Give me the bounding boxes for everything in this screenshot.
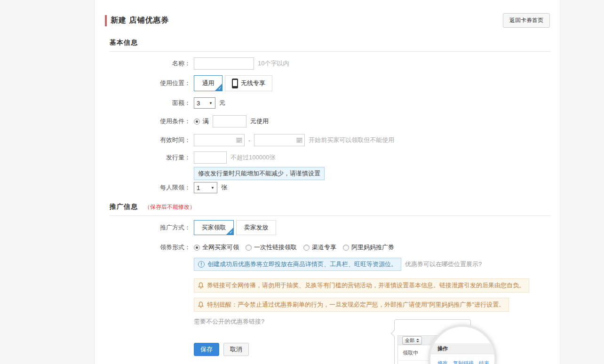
method-buyer-label: 买家领取 <box>202 223 226 232</box>
start-date-wrap <box>194 134 245 146</box>
calendar-icon[interactable] <box>296 137 302 143</box>
name-row: 名称： 10个字以内 <box>95 57 560 70</box>
radio-option-label: 一次性链接领取 <box>254 243 297 252</box>
section-title-basic: 基本信息 <box>110 39 138 47</box>
placement-info-row: ! 创建成功后优惠券将立即投放在商品详情页、工具栏、旺旺等资源位。 优惠券可以在… <box>194 258 560 271</box>
name-input[interactable] <box>194 57 254 70</box>
info-icon: ! <box>198 261 205 268</box>
position-row: 使用位置： 通用 无线专享 <box>95 75 560 91</box>
bell-icon <box>198 301 204 308</box>
radio-option-label: 阿里妈妈推广券 <box>351 243 394 252</box>
issue-row: 发行量： 不超过100000张 <box>95 151 560 164</box>
radio-option-alimama[interactable]: 阿里妈妈推广券 <box>343 243 394 252</box>
back-to-cards-button[interactable]: 返回卡券首页 <box>503 13 550 28</box>
limit-label: 每人限领： <box>95 183 191 192</box>
limit-select[interactable]: 1 ▼ <box>194 182 217 193</box>
condition-label: 使用条件： <box>95 117 191 126</box>
limit-unit: 张 <box>221 183 227 192</box>
issue-label: 发行量： <box>95 153 191 162</box>
method-seller-label: 卖家发放 <box>244 223 269 232</box>
issue-hint: 不超过100000张 <box>230 153 275 162</box>
amount-unit: 元 <box>219 99 225 107</box>
claim-form-row: 领券形式： 全网买家可领 一次性链接领取 渠道专享 阿里妈妈推广券 <box>95 243 560 252</box>
radio-icon <box>246 245 252 251</box>
illustration-filter-select: 全部 <box>402 336 422 345</box>
page-header: 新建 店铺优惠券 返回卡券首页 <box>95 0 560 28</box>
illustration-link-copy: 复制链接 <box>453 360 474 364</box>
radio-option-label: 全网买家可领 <box>202 243 239 252</box>
condition-radio[interactable] <box>194 119 200 125</box>
updown-arrows-icon <box>416 339 419 342</box>
promo-section-note: （保存后不能修改） <box>144 203 195 211</box>
radio-icon <box>303 245 310 251</box>
limit-row: 每人限领： 1 ▼ 张 <box>95 182 560 193</box>
save-button[interactable]: 保存 <box>194 343 219 356</box>
chevron-down-icon: ▼ <box>206 186 215 190</box>
method-seller-toggle[interactable]: 卖家发放 <box>236 220 276 235</box>
radio-option-channel[interactable]: 渠道专享 <box>303 243 336 252</box>
issue-count-input[interactable] <box>194 151 227 164</box>
issue-warning-note: 修改发行量时只能增加不能减少，请谨慎设置 <box>194 167 325 180</box>
illustration-link-edit: 修改 <box>437 360 448 364</box>
mobile-phone-icon <box>232 79 238 88</box>
date-range-separator: - <box>248 137 250 144</box>
method-row: 推广方式： 买家领取 卖家发放 <box>95 220 560 235</box>
form-actions: 保存 取消 <box>194 343 560 356</box>
placement-info-box: ! 创建成功后优惠券将立即投放在商品详情页、工具栏、旺旺等资源位。 <box>194 258 401 271</box>
name-label: 名称： <box>95 59 191 68</box>
end-date-wrap <box>254 134 305 146</box>
title-accent-bar <box>105 15 107 26</box>
position-general-label: 通用 <box>202 79 215 87</box>
coupon-form-panel: 新建 店铺优惠券 返回卡券首页 基本信息 名称： 10个字以内 使用位置： 通用… <box>94 0 560 364</box>
page-background: 新建 店铺优惠券 返回卡券首页 基本信息 名称： 10个字以内 使用位置： 通用… <box>0 0 604 364</box>
amount-label: 面额： <box>95 99 191 107</box>
valid-time-label: 有效时间： <box>95 136 191 144</box>
condition-row: 使用条件： 满 元使用 <box>95 115 560 127</box>
condition-suffix: 元使用 <box>250 117 269 126</box>
illustration-link-end: 结束 <box>479 360 489 364</box>
claim-form-label: 领券形式： <box>95 243 191 252</box>
illustration-filter-value: 全部 <box>405 337 414 344</box>
limit-select-value: 1 <box>197 184 200 191</box>
amount-select-value: 3 <box>197 100 200 107</box>
amount-row: 面额： 3 ▼ 元 <box>95 97 560 109</box>
radio-option-label: 渠道专享 <box>312 243 336 252</box>
special-reminder-text: 特别提醒：严令禁止通过优惠券刷单的行为，一旦发现必定严惩，外部推广请使用"阿里妈… <box>207 301 505 309</box>
condition-prefix: 满 <box>203 117 209 126</box>
private-link-question[interactable]: 需要不公开的优惠券链接? <box>194 317 560 326</box>
condition-amount-input[interactable] <box>213 115 246 127</box>
position-wireless-label: 无线专享 <box>241 79 265 87</box>
radio-option-all-buyers[interactable]: 全网买家可领 <box>194 243 239 252</box>
section-title-promo: 推广信息 <box>110 203 138 211</box>
special-reminder-box: 特别提醒：严令禁止通过优惠券刷单的行为，一旦发现必定严惩，外部推广请使用"阿里妈… <box>194 298 509 312</box>
link-spread-warning-text: 券链接可全网传播，请勿用于抽奖、兑换等有门槛的营销活动，并谨慎设置基本信息。链接… <box>207 281 525 290</box>
position-wireless-toggle[interactable]: 无线专享 <box>225 75 272 91</box>
name-hint: 10个字以内 <box>258 59 289 68</box>
page-title: 新建 店铺优惠券 <box>111 16 169 25</box>
valid-time-row: 有效时间： - 开始前买家可以领取但不能使用 <box>95 134 560 146</box>
method-label: 推广方式： <box>95 223 191 232</box>
method-buyer-toggle[interactable]: 买家领取 <box>194 220 234 235</box>
chevron-down-icon: ▼ <box>204 101 213 105</box>
section-header-promo: 推广信息 （保存后不能修改） <box>110 203 551 216</box>
section-header-basic: 基本信息 <box>110 39 551 52</box>
amount-select[interactable]: 3 ▼ <box>194 97 215 109</box>
position-general-toggle[interactable]: 通用 <box>194 75 223 91</box>
valid-time-hint: 开始前买家可以领取但不能使用 <box>309 136 394 144</box>
position-label: 使用位置： <box>95 79 191 87</box>
calendar-icon[interactable] <box>236 137 242 143</box>
radio-icon <box>194 245 200 251</box>
radio-option-one-time-link[interactable]: 一次性链接领取 <box>246 243 297 252</box>
cancel-button[interactable]: 取消 <box>223 343 249 356</box>
magnified-links: 修改 复制链接 结束 <box>437 360 489 364</box>
link-spread-warning-box: 券链接可全网传播，请勿用于抽奖、兑换等有门槛的营销活动，并谨慎设置基本信息。链接… <box>194 278 529 293</box>
bell-icon <box>198 282 204 289</box>
placement-help-link[interactable]: 优惠券可以在哪些位置展示? <box>405 260 482 269</box>
magnified-op-header: 操作 <box>430 343 494 354</box>
placement-info-text: 创建成功后优惠券将立即投放在商品详情页、工具栏、旺旺等资源位。 <box>207 260 397 269</box>
radio-icon <box>343 245 349 251</box>
